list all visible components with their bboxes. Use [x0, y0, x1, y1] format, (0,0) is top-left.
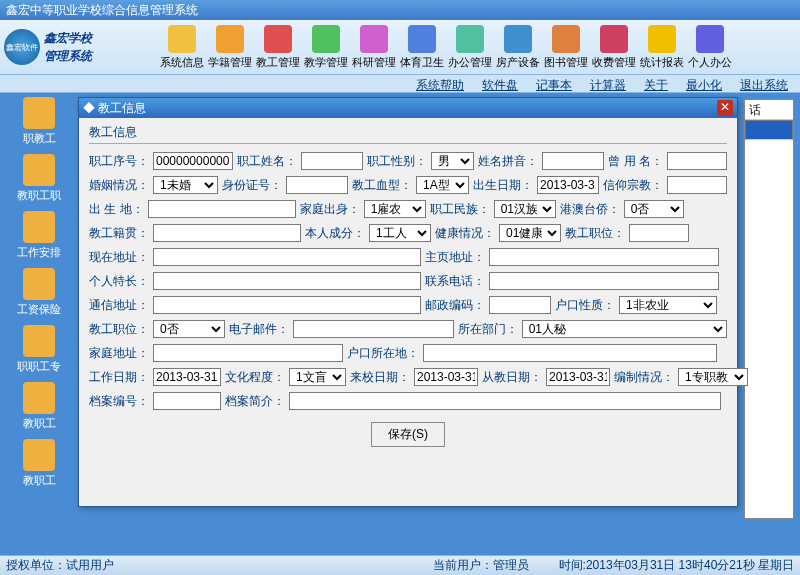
logo-badge: 鑫宏软件	[4, 29, 40, 65]
hukou-addr-input[interactable]	[423, 344, 717, 362]
sidebar-item[interactable]: 教职工	[4, 382, 74, 431]
menu-item[interactable]: 关于	[644, 77, 668, 90]
toolbar-icon	[600, 25, 628, 53]
sidebar-item[interactable]: 职职工专	[4, 325, 74, 374]
toolbar-item[interactable]: 学籍管理	[207, 25, 253, 70]
idno-input[interactable]	[286, 176, 348, 194]
lbl-emp-name: 职工姓名：	[237, 153, 297, 170]
edu-select[interactable]: 1文盲	[289, 368, 346, 386]
pinyin-input[interactable]	[542, 152, 604, 170]
work-date-input[interactable]	[153, 368, 221, 386]
sidebar-icon	[23, 439, 55, 471]
lbl-emp-no: 职工序号：	[89, 153, 149, 170]
used-name-input[interactable]	[667, 152, 727, 170]
born-place-input[interactable]	[148, 200, 296, 218]
background-list: 话	[744, 99, 794, 519]
menu-item[interactable]: 软件盘	[482, 77, 518, 90]
sidebar: 职教工教职工职工作安排工资保险职职工专教职工教职工	[4, 97, 74, 496]
window-titlebar: 鑫宏中等职业学校综合信息管理系统	[0, 0, 800, 20]
toolbar-item[interactable]: 系统信息	[159, 25, 205, 70]
sidebar-item[interactable]: 教职工职	[4, 154, 74, 203]
post-input[interactable]	[629, 224, 689, 242]
toolbar-item[interactable]: 教工管理	[255, 25, 301, 70]
menu-item[interactable]: 记事本	[536, 77, 572, 90]
dialog-body: 教工信息 职工序号： 职工姓名： 职工性别：男 姓名拼音： 曾 用 名： 婚姻情…	[79, 118, 737, 453]
save-button[interactable]: 保存(S)	[371, 422, 445, 447]
list-row[interactable]	[745, 120, 793, 140]
specialty-input[interactable]	[153, 272, 421, 290]
native-input[interactable]	[153, 224, 301, 242]
toolbar-icon	[168, 25, 196, 53]
lbl-used-name: 曾 用 名：	[608, 153, 663, 170]
toolbar-item[interactable]: 办公管理	[447, 25, 493, 70]
toolbar-icon	[456, 25, 484, 53]
gat-select[interactable]: 0否	[624, 200, 684, 218]
mail-addr-input[interactable]	[153, 296, 421, 314]
sidebar-item[interactable]: 工资保险	[4, 268, 74, 317]
sidebar-item[interactable]: 教职工	[4, 439, 74, 488]
lbl-pinyin: 姓名拼音：	[478, 153, 538, 170]
home-addr-input[interactable]	[153, 344, 343, 362]
lbl-emp-sex: 职工性别：	[367, 153, 427, 170]
family-select[interactable]: 1雇农	[364, 200, 426, 218]
file-desc-input[interactable]	[289, 392, 721, 410]
component-select[interactable]: 1工人	[369, 224, 431, 242]
email-input[interactable]	[293, 320, 454, 338]
hukou-type-select[interactable]: 1非农业	[619, 296, 717, 314]
menu-item[interactable]: 最小化	[686, 77, 722, 90]
dialog-title: 教工信息	[98, 101, 146, 115]
post2-select[interactable]: 0否	[153, 320, 225, 338]
toolbar-icon	[504, 25, 532, 53]
toolbar-item[interactable]: 教学管理	[303, 25, 349, 70]
addr-now-input[interactable]	[153, 248, 421, 266]
sidebar-icon	[23, 268, 55, 300]
homepage-input[interactable]	[489, 248, 719, 266]
close-icon[interactable]: ✕	[717, 100, 733, 116]
dialog-titlebar: ◆ 教工信息 ✕	[79, 98, 737, 118]
staff-info-dialog: ◆ 教工信息 ✕ 教工信息 职工序号： 职工姓名： 职工性别：男 姓名拼音： 曾…	[78, 97, 738, 507]
menu-bar: 系统帮助软件盘记事本计算器关于最小化退出系统	[0, 75, 800, 93]
sidebar-icon	[23, 382, 55, 414]
religion-input[interactable]	[667, 176, 727, 194]
birth-input[interactable]	[537, 176, 599, 194]
toolbar-items: 系统信息学籍管理教工管理教学管理科研管理体育卫生办公管理房产设备图书管理收费管理…	[159, 25, 733, 70]
list-row[interactable]: 话	[745, 100, 793, 120]
dept-select[interactable]: 01人秘	[522, 320, 727, 338]
file-no-input[interactable]	[153, 392, 221, 410]
toolbar-item[interactable]: 房产设备	[495, 25, 541, 70]
sidebar-icon	[23, 211, 55, 243]
toolbar-icon	[552, 25, 580, 53]
toolbar-icon	[408, 25, 436, 53]
tel-input[interactable]	[489, 272, 719, 290]
window-title: 鑫宏中等职业学校综合信息管理系统	[6, 2, 198, 19]
toolbar-item[interactable]: 科研管理	[351, 25, 397, 70]
toolbar-item[interactable]: 个人办公	[687, 25, 733, 70]
health-select[interactable]: 01健康	[499, 224, 561, 242]
sidebar-item[interactable]: 职教工	[4, 97, 74, 146]
status-bar: 授权单位：试用用户 当前用户：管理员 时间:2013年03月31日 13时40分…	[0, 555, 800, 575]
emp-name-input[interactable]	[301, 152, 363, 170]
toolbar-item[interactable]: 体育卫生	[399, 25, 445, 70]
toolbar-icon	[264, 25, 292, 53]
toolbar-icon	[648, 25, 676, 53]
status-org: 试用用户	[66, 558, 114, 572]
nation-select[interactable]: 01汉族	[494, 200, 556, 218]
menu-item[interactable]: 退出系统	[740, 77, 788, 90]
emp-sex-select[interactable]: 男	[431, 152, 474, 170]
staffing-select[interactable]: 1专职教师	[678, 368, 748, 386]
toolbar-item[interactable]: 收费管理	[591, 25, 637, 70]
workspace: 职教工教职工职工作安排工资保险职职工专教职工教职工 话 ◆ 教工信息 ✕ 教工信…	[0, 93, 800, 555]
emp-no-input[interactable]	[153, 152, 233, 170]
zip-input[interactable]	[489, 296, 551, 314]
menu-item[interactable]: 系统帮助	[416, 77, 464, 90]
come-date-input[interactable]	[414, 368, 478, 386]
toolbar-item[interactable]: 统计报表	[639, 25, 685, 70]
teach-date-input[interactable]	[546, 368, 610, 386]
main-toolbar: 鑫宏软件 鑫宏学校 管理系统 系统信息学籍管理教工管理教学管理科研管理体育卫生办…	[0, 20, 800, 75]
toolbar-item[interactable]: 图书管理	[543, 25, 589, 70]
toolbar-icon	[360, 25, 388, 53]
blood-select[interactable]: 1A型	[416, 176, 469, 194]
sidebar-item[interactable]: 工作安排	[4, 211, 74, 260]
marry-select[interactable]: 1未婚	[153, 176, 218, 194]
menu-item[interactable]: 计算器	[590, 77, 626, 90]
